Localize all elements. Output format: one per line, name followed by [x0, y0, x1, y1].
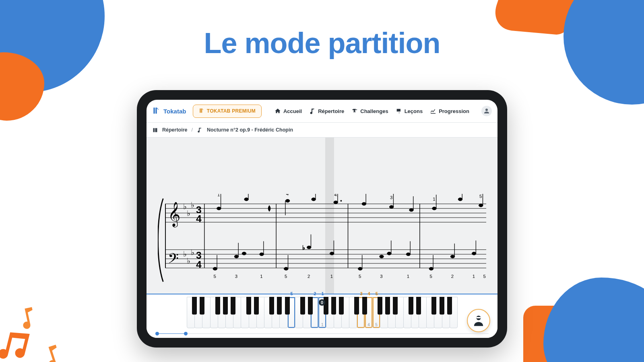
account-avatar[interactable] — [481, 106, 492, 116]
svg-text:♭: ♭ — [191, 201, 194, 209]
chart-line-icon — [430, 108, 436, 114]
svg-text:♭: ♭ — [191, 248, 194, 257]
svg-text:4: 4 — [196, 213, 202, 224]
svg-text:5: 5 — [214, 274, 216, 279]
svg-text:1: 1 — [473, 274, 475, 279]
svg-point-46 — [458, 198, 462, 201]
svg-point-48 — [479, 204, 483, 207]
svg-text:4.: 4. — [334, 194, 338, 197]
svg-text:♭: ♭ — [302, 244, 305, 251]
svg-text:3: 3 — [235, 274, 237, 279]
breadcrumb-root[interactable]: Répertoire — [162, 127, 188, 133]
piano-keyboard[interactable]: 5121453450 — [147, 294, 497, 338]
nav-progression[interactable]: Progression — [430, 108, 469, 114]
svg-point-65 — [284, 267, 288, 270]
library-icon — [152, 127, 158, 133]
svg-point-70 — [330, 252, 334, 255]
svg-point-62 — [242, 252, 246, 255]
svg-text:4: 4 — [286, 194, 289, 196]
score-view[interactable]: 𝄞 𝄢 ♭♭♭ ♭♭♭ 3 4 3 4 — [147, 138, 497, 294]
svg-point-63 — [260, 253, 264, 256]
svg-text:𝄞: 𝄞 — [168, 202, 180, 228]
svg-text:2: 2 — [451, 274, 454, 279]
breadcrumb: Répertoire / Nocturne n°2 op.9 - Frédéri… — [147, 123, 497, 138]
svg-point-75 — [387, 252, 391, 255]
nav-challenges[interactable]: Challenges — [351, 108, 388, 114]
breadcrumb-separator: / — [192, 127, 193, 133]
premium-icon — [199, 108, 204, 115]
svg-point-33 — [312, 198, 316, 201]
svg-text:1: 1 — [407, 274, 409, 279]
music-staff-svg: 𝄞 𝄢 ♭♭♭ ♭♭♭ 3 4 3 4 — [158, 194, 486, 286]
svg-text:5: 5 — [483, 274, 485, 279]
svg-text:1: 1 — [217, 194, 220, 197]
svg-point-38 — [362, 202, 366, 206]
svg-point-81 — [450, 255, 454, 258]
brand-logo-icon — [152, 107, 160, 116]
svg-text:♭: ♭ — [187, 257, 190, 265]
page-title: Le mode partition — [0, 28, 644, 59]
home-icon — [275, 108, 281, 114]
svg-text:1: 1 — [433, 197, 435, 202]
svg-point-29 — [244, 198, 248, 201]
svg-point-74 — [380, 255, 384, 258]
coach-avatar[interactable] — [467, 309, 490, 332]
premium-label: TOKATAB PREMIUM — [207, 108, 256, 114]
svg-point-27 — [217, 207, 221, 210]
svg-text:𝄢: 𝄢 — [168, 251, 179, 269]
svg-point-44 — [432, 207, 436, 210]
nav-home[interactable]: Accueil — [275, 108, 302, 114]
app-screen: Tokatab TOKATAB PREMIUM Accueil Répertoi… — [147, 100, 497, 338]
nav-lessons[interactable]: Leçons — [396, 108, 423, 114]
svg-point-35 — [334, 201, 338, 204]
bg-music-notes-icon — [0, 274, 101, 362]
svg-point-42 — [409, 208, 413, 212]
svg-text:2: 2 — [308, 274, 310, 279]
svg-point-60 — [234, 255, 238, 258]
svg-point-72 — [358, 267, 362, 270]
brand-name: Tokatab — [163, 108, 186, 115]
svg-rect-99 — [476, 317, 481, 318]
svg-text:5: 5 — [359, 274, 361, 279]
svg-point-31 — [285, 199, 289, 202]
svg-point-79 — [429, 267, 433, 270]
app-topbar: Tokatab TOKATAB PREMIUM Accueil Répertoi… — [147, 100, 497, 123]
svg-point-40 — [389, 206, 393, 209]
breadcrumb-song: Nocturne n°2 op.9 - Frédéric Chopin — [207, 127, 293, 133]
svg-point-68 — [307, 246, 311, 249]
svg-text:1: 1 — [260, 274, 262, 279]
trophy-icon — [351, 108, 358, 114]
svg-point-58 — [213, 267, 217, 270]
music-note-icon — [309, 108, 316, 114]
svg-point-77 — [406, 253, 410, 256]
tablet-frame: Tokatab TOKATAB PREMIUM Accueil Répertoi… — [137, 90, 507, 348]
teacher-icon — [396, 108, 402, 114]
user-icon — [483, 107, 490, 115]
playback-progress[interactable] — [155, 333, 489, 335]
svg-text:3: 3 — [380, 274, 382, 279]
svg-text:5: 5 — [479, 194, 482, 199]
main-nav: Accueil Répertoire Challenges Leçons Pro… — [275, 108, 469, 114]
svg-text:5: 5 — [285, 274, 287, 279]
nav-repertoire[interactable]: Répertoire — [309, 108, 344, 114]
svg-text:4: 4 — [196, 259, 202, 270]
svg-text:3: 3 — [390, 195, 392, 200]
middle-c-marker: 0 — [319, 299, 325, 306]
brand[interactable]: Tokatab — [152, 107, 186, 116]
svg-text:♭: ♭ — [183, 250, 187, 258]
svg-point-83 — [472, 252, 476, 255]
grand-staff: 𝄞 𝄢 ♭♭♭ ♭♭♭ 3 4 3 4 — [147, 194, 497, 288]
svg-text:♭: ♭ — [187, 209, 190, 218]
svg-text:5: 5 — [430, 274, 432, 279]
svg-text:♭: ♭ — [183, 202, 187, 211]
svg-text:1: 1 — [330, 274, 333, 279]
music-note-icon — [197, 127, 203, 133]
svg-point-37 — [341, 200, 342, 202]
bg-blob-blue-bottom-right — [543, 278, 644, 362]
premium-button[interactable]: TOKATAB PREMIUM — [193, 105, 262, 118]
